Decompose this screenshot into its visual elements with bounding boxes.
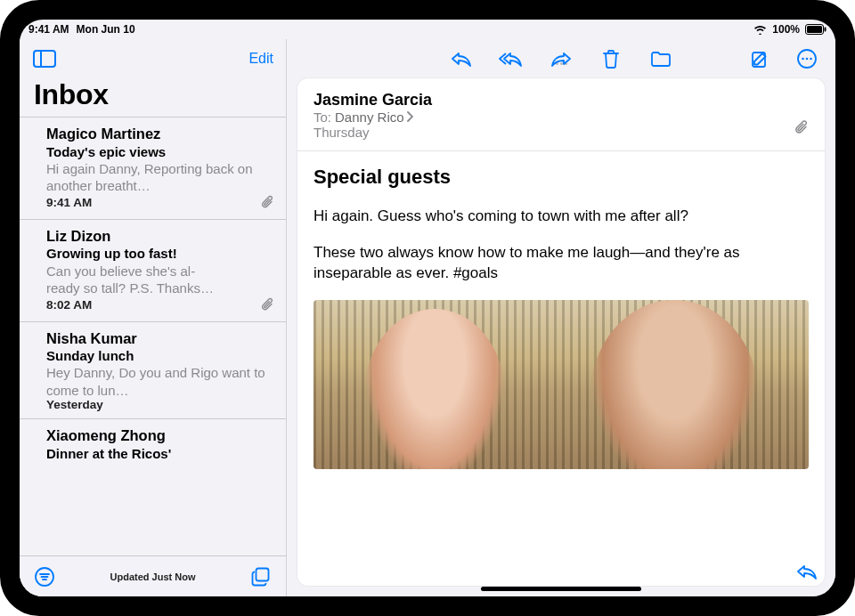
list-item-from: Nisha Kumar (46, 329, 273, 348)
forward-button[interactable] (549, 46, 574, 71)
list-item-preview: Can you believe she's al- ready so tall?… (46, 263, 273, 296)
list-item-subject: Today's epic views (46, 143, 273, 160)
list-item[interactable]: Xiaomeng Zhong Dinner at the Ricos' (20, 419, 286, 469)
paperclip-icon (261, 194, 273, 212)
svg-rect-2 (825, 28, 826, 32)
svg-rect-3 (34, 51, 55, 67)
list-item[interactable]: Magico Martinez Today's epic views Hi ag… (20, 118, 286, 220)
status-bar: 9:41 AM Mon Jun 10 100% (20, 20, 835, 39)
reply-all-button[interactable] (499, 46, 524, 71)
sidebar-toggle-button[interactable] (32, 46, 57, 71)
list-item-subject: Dinner at the Ricos' (46, 445, 273, 462)
list-item-from: Magico Martinez (46, 125, 273, 143)
compose-button[interactable] (748, 46, 773, 71)
move-button[interactable] (648, 46, 673, 71)
svg-rect-9 (256, 568, 269, 580)
message-card: Jasmine Garcia To: Danny Rico Thursday (297, 78, 825, 586)
message-list[interactable]: Magico Martinez Today's epic views Hi ag… (20, 117, 286, 555)
list-item-time: 9:41 AM (46, 196, 92, 209)
updated-label: Updated Just Now (57, 571, 248, 582)
svg-point-14 (810, 58, 812, 61)
trash-button[interactable] (598, 46, 623, 71)
message-paragraph: Hi again. Guess who's coming to town wit… (314, 207, 809, 227)
sidebar-bottom-bar: Updated Just Now (20, 555, 286, 596)
more-button[interactable] (794, 46, 819, 71)
list-item-subject: Growing up too fast! (46, 245, 273, 262)
paperclip-icon (261, 296, 273, 314)
svg-rect-1 (807, 26, 822, 33)
battery-icon (805, 24, 826, 35)
status-battery-pct: 100% (772, 23, 800, 36)
message-pane: Jasmine Garcia To: Danny Rico Thursday (287, 39, 835, 596)
list-item-from: Liz Dizon (46, 227, 273, 246)
to-label: To: (314, 109, 331, 125)
list-item-preview: Hey Danny, Do you and Rigo want to come … (46, 364, 273, 398)
message-sender: Jasmine Garcia (314, 91, 809, 109)
quick-reply-button[interactable] (794, 559, 819, 584)
multi-window-button[interactable] (248, 564, 273, 589)
message-image-attachment[interactable] (314, 300, 809, 469)
list-item-from: Xiaomeng Zhong (46, 426, 273, 445)
screen: 9:41 AM Mon Jun 10 100% Ed (20, 20, 835, 596)
list-item-time: Yesterday (46, 398, 103, 411)
list-item[interactable]: Liz Dizon Growing up too fast! Can you b… (20, 220, 286, 322)
message-paragraph: These two always know how to make me lau… (314, 243, 809, 284)
message-body[interactable]: Special guests Hi again. Guess who's com… (297, 151, 825, 586)
edit-button[interactable]: Edit (248, 51, 273, 67)
svg-point-13 (806, 58, 809, 61)
mailbox-sidebar: Edit Inbox Magico Martinez Today's epic … (20, 39, 287, 596)
paperclip-icon (794, 118, 809, 138)
svg-point-12 (802, 58, 804, 61)
message-subject: Special guests (314, 166, 809, 189)
message-date: Thursday (314, 125, 809, 140)
list-item-subject: Sunday lunch (46, 347, 273, 364)
list-item[interactable]: Nisha Kumar Sunday lunch Hey Danny, Do y… (20, 322, 286, 420)
list-item-preview: Hi again Danny, Reporting back on anothe… (46, 160, 273, 194)
message-toolbar (287, 39, 835, 78)
wifi-icon (753, 25, 767, 35)
message-recipient[interactable]: Danny Rico (335, 109, 404, 125)
status-date: Mon Jun 10 (77, 23, 135, 36)
status-time: 9:41 AM (28, 23, 69, 36)
mailbox-title: Inbox (20, 78, 286, 117)
home-indicator[interactable] (481, 587, 641, 591)
message-header[interactable]: Jasmine Garcia To: Danny Rico Thursday (297, 78, 825, 151)
reply-button[interactable] (449, 46, 474, 71)
list-item-time: 8:02 AM (46, 298, 92, 312)
chevron-right-icon (406, 109, 413, 125)
filter-button[interactable] (32, 564, 57, 589)
